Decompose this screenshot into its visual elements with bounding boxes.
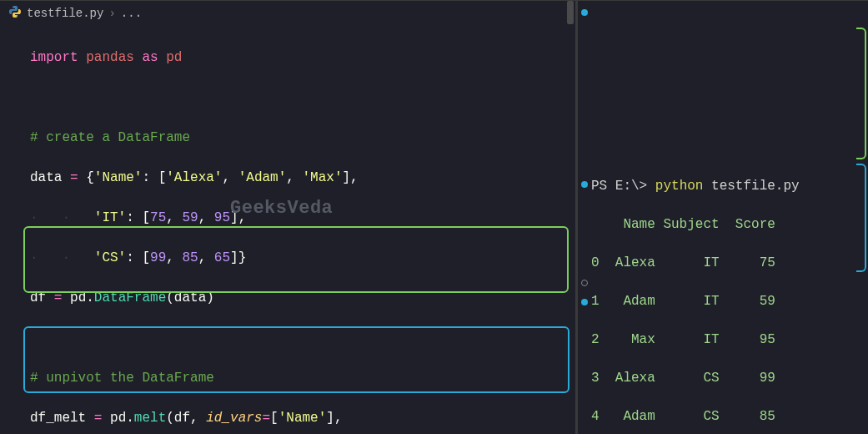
gutter-dot-icon <box>581 299 588 305</box>
terminal-output-line: 2 Max IT 95 <box>591 331 863 350</box>
breadcrumb-separator: › <box>108 7 115 20</box>
code-area[interactable]: import pandas as pd # create a DataFrame… <box>0 26 575 434</box>
code-line[interactable]: import pandas as pd <box>30 48 567 68</box>
code-line[interactable]: df = pd.DataFrame(data) <box>30 288 567 308</box>
code-line[interactable] <box>30 88 567 108</box>
scrollbar-thumb[interactable] <box>567 1 574 24</box>
breadcrumb[interactable]: testfile.py › ... <box>0 1 575 26</box>
code-line[interactable]: · · 'CS': [99, 85, 65]} <box>30 248 567 268</box>
gutter-dot-icon <box>581 9 588 16</box>
gutter-dot-icon <box>581 181 588 188</box>
code-line[interactable]: df_melt = pd.melt(df, id_vars=['Name'], <box>30 408 567 428</box>
terminal-output-line: 1 Adam IT 59 <box>591 292 863 311</box>
output-brace-cyan <box>856 164 866 272</box>
breadcrumb-filename[interactable]: testfile.py <box>27 7 103 20</box>
code-line[interactable]: data = {'Name': ['Alexa', 'Adam', 'Max']… <box>30 168 567 188</box>
code-editor-pane[interactable]: testfile.py › ... import pandas as pd # … <box>0 0 575 434</box>
code-line[interactable]: # unpivot the DataFrame <box>30 368 567 388</box>
terminal-pane[interactable]: PS E:\> python testfile.py Name Subject … <box>575 0 868 434</box>
code-line[interactable] <box>30 328 567 348</box>
terminal-line[interactable]: PS E:\> python testfile.py <box>591 177 863 196</box>
code-line[interactable]: # create a DataFrame <box>30 128 567 148</box>
terminal-output-line: 4 Adam CS 85 <box>591 407 863 426</box>
terminal-output-line: Name Subject Score <box>591 215 863 235</box>
terminal-output-line: 0 Alexa IT 75 <box>591 254 863 273</box>
editor-scrollbar[interactable] <box>566 1 574 434</box>
python-file-icon <box>8 5 22 22</box>
gutter-circle-icon <box>581 280 588 286</box>
terminal-output-line: 3 Alexa CS 99 <box>591 369 863 388</box>
code-line[interactable]: · · 'IT': [75, 59, 95], <box>30 208 567 228</box>
breadcrumb-more[interactable]: ... <box>121 7 142 20</box>
output-brace-green <box>856 28 866 159</box>
